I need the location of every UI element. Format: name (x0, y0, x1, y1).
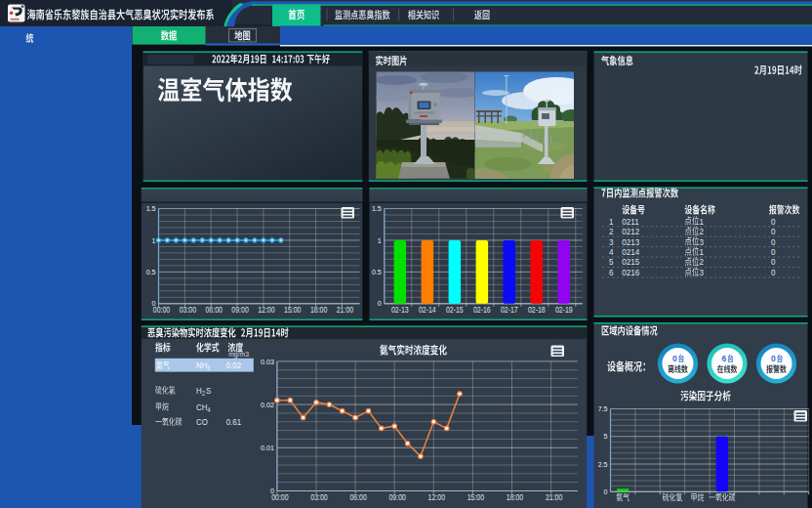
svg-text:00:00: 00:00 (153, 305, 170, 315)
svg-text:06:00: 06:00 (205, 305, 222, 315)
svg-text:12:00: 12:00 (428, 492, 445, 502)
svg-text:6: 6 (609, 267, 614, 277)
svg-text:09:00: 09:00 (231, 305, 248, 315)
svg-text:0: 0 (604, 487, 608, 496)
svg-text:0216: 0216 (622, 267, 639, 277)
svg-text:3: 3 (699, 236, 704, 247)
svg-text:0.02: 0.02 (226, 360, 242, 371)
svg-text:1.5: 1.5 (372, 204, 382, 213)
svg-text:0: 0 (771, 236, 776, 247)
svg-text:3: 3 (609, 236, 614, 247)
svg-text:02-15: 02-15 (446, 305, 464, 315)
svg-text:15:00: 15:00 (467, 492, 484, 502)
svg-text:1: 1 (699, 216, 704, 227)
svg-text:06:00: 06:00 (349, 492, 366, 502)
svg-text:0211: 0211 (622, 216, 638, 227)
svg-text:0213: 0213 (622, 236, 639, 247)
svg-text:0.5: 0.5 (372, 268, 382, 276)
svg-text:0.02: 0.02 (261, 400, 274, 408)
svg-text:02-14: 02-14 (419, 305, 436, 315)
svg-text:0.01: 0.01 (261, 444, 274, 452)
svg-text:0: 0 (771, 354, 776, 364)
svg-text:0: 0 (672, 354, 677, 364)
svg-text:02-13: 02-13 (391, 305, 409, 315)
svg-text:09:00: 09:00 (388, 492, 405, 502)
svg-text:21:00: 21:00 (546, 492, 562, 502)
svg-text:2: 2 (699, 226, 704, 236)
svg-text:0: 0 (771, 246, 776, 257)
svg-text:0: 0 (771, 226, 776, 236)
svg-text:21:00: 21:00 (337, 305, 353, 315)
svg-text:02-16: 02-16 (473, 305, 491, 315)
svg-text:6: 6 (721, 354, 726, 364)
svg-text:S: S (206, 385, 211, 396)
svg-text:0: 0 (771, 216, 776, 227)
svg-text:15:00: 15:00 (284, 305, 301, 315)
svg-text:1: 1 (152, 235, 156, 244)
svg-text:12:00: 12:00 (258, 305, 274, 315)
svg-text:4: 4 (609, 246, 614, 257)
svg-text:3: 3 (699, 267, 704, 277)
svg-text:1.5: 1.5 (146, 204, 156, 213)
svg-text:00:00: 00:00 (271, 492, 288, 502)
svg-text:03:00: 03:00 (180, 305, 196, 315)
svg-text:1: 1 (609, 216, 614, 227)
svg-text:0214: 0214 (622, 246, 639, 257)
svg-text:0.61: 0.61 (226, 416, 242, 427)
svg-text:5: 5 (609, 257, 614, 268)
svg-text:02-18: 02-18 (528, 305, 546, 315)
svg-text:18:00: 18:00 (507, 492, 523, 502)
svg-text:0.5: 0.5 (146, 268, 156, 276)
svg-text:H: H (196, 385, 202, 396)
svg-text:5: 5 (604, 432, 608, 441)
svg-text:18:00: 18:00 (310, 305, 327, 315)
svg-text:mg/m3: mg/m3 (228, 349, 249, 359)
svg-text:CO: CO (196, 416, 208, 427)
svg-text:NH: NH (196, 360, 207, 371)
svg-text:0: 0 (771, 257, 776, 268)
svg-text:0215: 0215 (622, 257, 639, 268)
svg-text:2: 2 (609, 226, 614, 236)
svg-text:0: 0 (378, 299, 382, 308)
svg-text:0.03: 0.03 (261, 357, 274, 365)
svg-text:2.5: 2.5 (598, 459, 608, 468)
svg-text:02-19: 02-19 (555, 305, 573, 315)
svg-text:CH: CH (196, 402, 207, 412)
svg-text:1: 1 (699, 246, 704, 257)
svg-text:2: 2 (699, 257, 704, 268)
svg-text:1: 1 (378, 235, 382, 244)
svg-text:02-17: 02-17 (501, 305, 518, 315)
svg-text:0212: 0212 (622, 226, 639, 236)
svg-text:0: 0 (771, 267, 776, 277)
svg-text:03:00: 03:00 (310, 492, 327, 502)
svg-text:7.5: 7.5 (598, 404, 608, 413)
